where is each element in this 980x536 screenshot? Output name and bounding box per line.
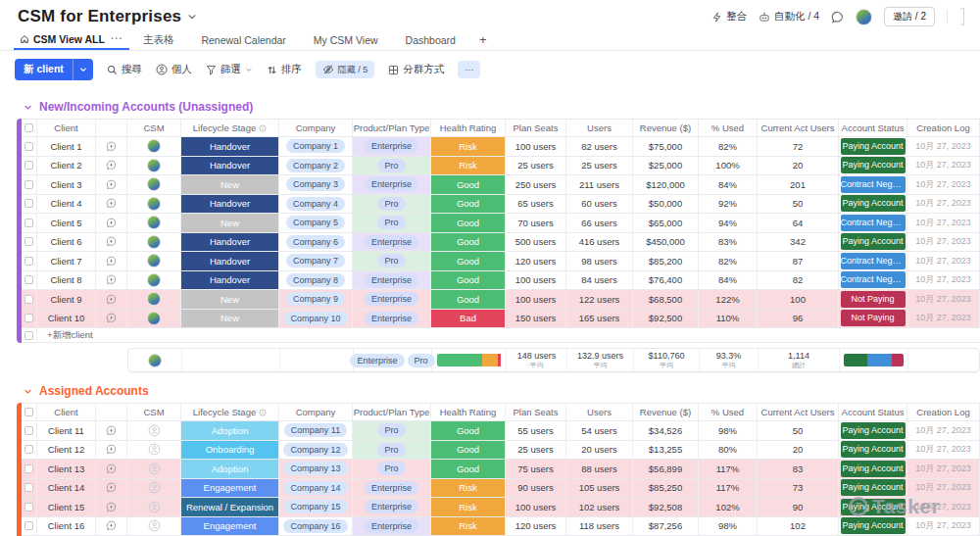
row-checkbox[interactable]	[24, 314, 33, 322]
company-cell[interactable]: Company 13	[279, 460, 353, 479]
plan-type-cell[interactable]: Enterprise	[353, 479, 431, 499]
row-checkbox-cell[interactable]	[22, 441, 37, 461]
row-checkbox[interactable]	[24, 295, 33, 304]
plan-seats-cell[interactable]: 25 users	[506, 441, 566, 461]
person-filter-button[interactable]: 個人	[156, 63, 192, 76]
select-all-checkbox[interactable]	[24, 123, 33, 132]
current-act-users-cell[interactable]: 100	[758, 290, 839, 310]
lifecycle-stage-cell[interactable]: Onboarding	[181, 441, 279, 461]
revenue-cell[interactable]: $92,508	[633, 498, 699, 517]
filter-button[interactable]: 篩選	[206, 63, 253, 76]
company-cell[interactable]: Company 6	[279, 233, 353, 253]
col-users[interactable]: Users	[566, 403, 633, 421]
account-status-cell[interactable]: Paying Account	[839, 441, 907, 461]
lifecycle-stage-cell[interactable]: Handover	[181, 137, 279, 157]
health-rating-cell[interactable]: Good	[431, 195, 506, 215]
users-cell[interactable]: 82 users	[566, 137, 633, 157]
csm-cell[interactable]	[127, 175, 181, 195]
client-name-cell[interactable]: Client 11	[37, 421, 96, 441]
plan-type-cell[interactable]: Enterprise	[353, 137, 431, 157]
plan-type-cell[interactable]: Pro	[353, 157, 431, 176]
select-all-checkbox-cell[interactable]	[22, 119, 37, 137]
csm-cell[interactable]	[127, 441, 181, 461]
open-record-bubble-icon[interactable]	[106, 520, 117, 531]
current-act-users-cell[interactable]: 90	[758, 498, 839, 517]
col-plan-seats[interactable]: Plan Seats	[506, 119, 566, 137]
used-percent-cell[interactable]: 82%	[699, 252, 758, 271]
creation-log-cell[interactable]: 10月 27, 2023	[907, 175, 980, 195]
col-revenue[interactable]: Revenue ($)	[633, 403, 699, 421]
revenue-cell[interactable]: $13,255	[633, 441, 699, 461]
client-name-cell[interactable]: Client 1	[37, 137, 96, 157]
current-act-users-cell[interactable]: 50	[758, 421, 839, 441]
open-record-cell[interactable]	[96, 421, 127, 441]
client-name-cell[interactable]: Client 15	[37, 498, 96, 517]
users-cell[interactable]: 20 users	[566, 441, 633, 461]
col-client[interactable]: Client	[37, 119, 96, 137]
user-avatar[interactable]	[856, 9, 872, 25]
open-record-bubble-icon[interactable]	[106, 236, 117, 247]
users-cell[interactable]: 66 users	[566, 214, 633, 233]
plan-type-cell[interactable]: Enterprise	[353, 271, 431, 291]
col-health-rating[interactable]: Health Rating	[431, 119, 506, 137]
open-record-cell[interactable]	[96, 137, 127, 157]
csm-cell[interactable]	[127, 421, 181, 441]
revenue-cell[interactable]: $85,200	[633, 252, 699, 271]
company-cell[interactable]: Company 11	[279, 421, 353, 441]
lifecycle-stage-cell[interactable]: Handover	[181, 271, 279, 291]
account-status-cell[interactable]: Paying Account	[839, 195, 907, 215]
open-record-bubble-icon[interactable]	[106, 502, 117, 512]
account-status-cell[interactable]: Paying Account	[839, 479, 907, 499]
row-checkbox[interactable]	[24, 161, 33, 170]
plan-type-cell[interactable]: Enterprise	[353, 517, 431, 536]
lifecycle-stage-cell[interactable]: Renewal / Expansion	[181, 498, 279, 517]
open-record-bubble-icon[interactable]	[106, 141, 117, 152]
plan-seats-cell[interactable]: 100 users	[506, 290, 566, 310]
used-percent-cell[interactable]: 100%	[699, 157, 758, 176]
account-status-cell[interactable]: Paying Account	[839, 233, 907, 253]
creation-log-cell[interactable]: 10月 27, 2023	[907, 517, 980, 536]
row-checkbox[interactable]	[24, 503, 33, 512]
revenue-cell[interactable]: $76,400	[633, 271, 699, 291]
more-options-button[interactable]: ···	[458, 61, 480, 78]
lifecycle-stage-cell[interactable]: Adoption	[181, 460, 279, 479]
company-cell[interactable]: Company 14	[279, 479, 353, 499]
company-cell[interactable]: Company 12	[279, 441, 353, 461]
plan-type-cell[interactable]: Pro	[353, 421, 431, 441]
share-button-cut[interactable]	[959, 8, 964, 25]
csm-cell[interactable]	[127, 517, 181, 536]
open-record-bubble-icon[interactable]	[106, 482, 117, 493]
empty-avatar-icon[interactable]	[148, 443, 161, 456]
company-cell[interactable]: Company 3	[279, 175, 353, 195]
col-health-rating[interactable]: Health Rating	[431, 403, 506, 421]
tab-main-table[interactable]: 主表格	[129, 29, 188, 50]
plan-seats-cell[interactable]: 100 users	[506, 137, 566, 157]
csm-cell[interactable]	[127, 271, 181, 291]
open-record-bubble-icon[interactable]	[106, 179, 117, 190]
plan-seats-cell[interactable]: 120 users	[506, 252, 566, 271]
tab-renewal-calendar[interactable]: Renewal Calendar	[187, 29, 299, 50]
comments-button[interactable]	[831, 11, 844, 24]
health-rating-cell[interactable]: Bad	[431, 310, 506, 329]
health-rating-cell[interactable]: Good	[431, 175, 506, 195]
client-name-cell[interactable]: Client 14	[37, 479, 96, 499]
row-checkbox[interactable]	[24, 275, 33, 284]
open-record-cell[interactable]	[96, 498, 127, 517]
row-checkbox-cell[interactable]	[22, 157, 37, 176]
used-percent-cell[interactable]: 92%	[699, 195, 758, 215]
revenue-cell[interactable]: $92,500	[633, 310, 699, 329]
csm-cell[interactable]	[127, 214, 181, 233]
col-current-act-users[interactable]: Current Act Users	[758, 403, 839, 421]
revenue-cell[interactable]: $85,250	[633, 479, 699, 499]
row-checkbox-cell[interactable]	[22, 290, 37, 310]
row-checkbox-cell[interactable]	[22, 517, 37, 536]
row-checkbox-cell[interactable]	[22, 195, 37, 215]
empty-avatar-icon[interactable]	[148, 424, 161, 437]
open-record-cell[interactable]	[96, 271, 127, 291]
current-act-users-cell[interactable]: 20	[758, 157, 839, 176]
users-cell[interactable]: 211 users	[566, 175, 633, 195]
open-record-bubble-icon[interactable]	[106, 218, 117, 228]
used-percent-cell[interactable]: 84%	[699, 175, 758, 195]
row-checkbox-cell[interactable]	[22, 460, 37, 479]
open-record-cell[interactable]	[96, 175, 127, 195]
